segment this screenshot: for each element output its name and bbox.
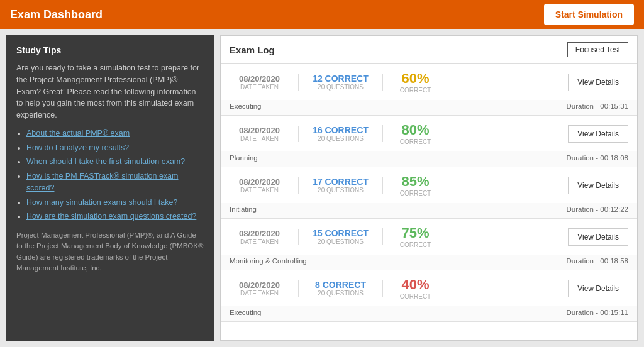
exam-date: 08/20/2020 <box>230 229 289 238</box>
exam-percent-block: 60% CORRECT <box>392 70 448 94</box>
exam-duration: Duration - 00:15:11 <box>567 309 628 316</box>
exam-date: 08/20/2020 <box>230 280 289 290</box>
view-details-button[interactable]: View Details <box>568 228 628 246</box>
exam-category: Executing <box>230 309 262 316</box>
exam-questions-count: 20 QUESTIONS <box>308 135 374 142</box>
exam-entry: 08/20/2020 DATE TAKEN 15 CORRECT 20 QUES… <box>221 219 637 270</box>
main-content: Study Tips Are you ready to take a simul… <box>0 29 644 347</box>
exam-date-block: 08/20/2020 DATE TAKEN <box>230 126 299 142</box>
exam-correct-count: 16 CORRECT <box>308 125 374 135</box>
study-tips-title: Study Tips <box>16 44 204 57</box>
exam-category: Initiating <box>230 206 257 213</box>
list-item: How are the simulation exam questions cr… <box>26 211 204 223</box>
exam-percent-label: CORRECT <box>392 87 439 94</box>
exam-percent-label: CORRECT <box>392 190 439 197</box>
exam-percent: 40% <box>392 277 439 293</box>
list-item: How is the PM FASTrack® simulation exam … <box>26 170 204 194</box>
exam-date-block: 08/20/2020 DATE TAKEN <box>230 177 299 194</box>
exam-correct-count: 15 CORRECT <box>308 228 374 238</box>
link-how-scored[interactable]: How is the PM FASTrack® simulation exam … <box>26 172 178 192</box>
exam-score-block: 15 CORRECT 20 QUESTIONS <box>308 228 383 245</box>
exam-percent-label: CORRECT <box>392 138 439 145</box>
view-details-button[interactable]: View Details <box>568 177 628 194</box>
link-first-simulation[interactable]: When should I take the first simulation … <box>26 157 185 166</box>
study-tips-footer: Project Management Professional (PMP)®, … <box>16 230 204 273</box>
view-details-button[interactable]: View Details <box>568 74 628 91</box>
exam-questions-count: 20 QUESTIONS <box>308 238 374 245</box>
exam-percent: 85% <box>392 174 439 190</box>
exam-date-label: DATE TAKEN <box>230 187 289 194</box>
focused-test-button[interactable]: Focused Test <box>567 42 628 57</box>
exam-entry: 08/20/2020 DATE TAKEN 8 CORRECT 20 QUEST… <box>221 270 637 322</box>
exam-percent: 60% <box>392 70 439 87</box>
link-how-created[interactable]: How are the simulation exam questions cr… <box>26 212 196 221</box>
exam-entry-main: 08/20/2020 DATE TAKEN 15 CORRECT 20 QUES… <box>221 219 637 255</box>
exam-entry-footer: Executing Duration - 00:15:31 <box>221 100 637 115</box>
exam-percent: 80% <box>392 122 439 138</box>
exam-date-label: DATE TAKEN <box>230 238 289 245</box>
exam-percent-block: 40% CORRECT <box>392 277 448 300</box>
study-tips-links: About the actual PMP® exam How do I anal… <box>16 128 204 223</box>
exam-entry: 08/20/2020 DATE TAKEN 16 CORRECT 20 QUES… <box>221 116 637 167</box>
exam-date: 08/20/2020 <box>230 177 289 187</box>
exam-date-label: DATE TAKEN <box>230 290 289 297</box>
exam-correct-count: 8 CORRECT <box>308 280 374 290</box>
exam-score-block: 17 CORRECT 20 QUESTIONS <box>308 177 383 194</box>
exam-duration: Duration - 00:15:31 <box>567 102 628 110</box>
link-actual-pmp[interactable]: About the actual PMP® exam <box>26 129 130 138</box>
exam-date-label: DATE TAKEN <box>230 135 289 142</box>
exam-date: 08/20/2020 <box>230 126 289 135</box>
exam-date-label: DATE TAKEN <box>230 84 289 91</box>
link-how-many[interactable]: How many simulation exams should I take? <box>26 198 177 207</box>
start-simulation-button[interactable]: Start Simulation <box>544 4 634 25</box>
exam-entry-footer: Monitoring & Controlling Duration - 00:1… <box>221 255 637 270</box>
exam-date-block: 08/20/2020 DATE TAKEN <box>230 74 299 91</box>
page-title: Exam Dashboard <box>10 8 103 21</box>
exam-percent-block: 80% CORRECT <box>392 122 448 145</box>
view-details-button[interactable]: View Details <box>568 280 628 297</box>
exam-log-panel: Exam Log Focused Test 08/20/2020 DATE TA… <box>220 35 638 341</box>
exam-questions-count: 20 QUESTIONS <box>308 84 374 91</box>
list-item: How do I analyze my results? <box>26 142 204 154</box>
exam-date-block: 08/20/2020 DATE TAKEN <box>230 229 299 245</box>
exam-entry-footer: Planning Duration - 00:18:08 <box>221 151 637 167</box>
list-item: When should I take the first simulation … <box>26 156 204 168</box>
exam-percent-label: CORRECT <box>392 293 439 300</box>
view-details-button[interactable]: View Details <box>568 125 628 143</box>
exam-duration: Duration - 00:18:58 <box>567 257 628 265</box>
exam-entry-main: 08/20/2020 DATE TAKEN 16 CORRECT 20 QUES… <box>221 116 637 151</box>
exam-entry-main: 08/20/2020 DATE TAKEN 12 CORRECT 20 QUES… <box>221 64 637 100</box>
exam-score-block: 12 CORRECT 20 QUESTIONS <box>308 74 383 91</box>
exam-category: Planning <box>230 154 258 162</box>
list-item: How many simulation exams should I take? <box>26 197 204 209</box>
exam-log-header: Exam Log Focused Test <box>221 36 637 64</box>
exam-score-block: 8 CORRECT 20 QUESTIONS <box>308 280 383 297</box>
exam-correct-count: 17 CORRECT <box>308 177 374 187</box>
exam-duration: Duration - 00:12:22 <box>567 206 628 213</box>
header: Exam Dashboard Start Simulation <box>0 0 644 29</box>
exam-category: Executing <box>230 102 262 110</box>
exam-questions-count: 20 QUESTIONS <box>308 290 374 297</box>
link-analyze-results[interactable]: How do I analyze my results? <box>26 143 129 152</box>
exam-correct-count: 12 CORRECT <box>308 74 374 84</box>
exam-log-title: Exam Log <box>230 45 275 55</box>
exam-entry: 08/20/2020 DATE TAKEN 12 CORRECT 20 QUES… <box>221 64 637 116</box>
exam-percent: 75% <box>392 225 439 241</box>
exam-entry: 08/20/2020 DATE TAKEN 17 CORRECT 20 QUES… <box>221 167 637 219</box>
exam-entry-footer: Initiating Duration - 00:12:22 <box>221 203 637 218</box>
exam-percent-block: 85% CORRECT <box>392 174 448 197</box>
exam-entry-footer: Executing Duration - 00:15:11 <box>221 306 637 321</box>
list-item: About the actual PMP® exam <box>26 128 204 140</box>
exam-date: 08/20/2020 <box>230 74 289 84</box>
exam-entries-container: 08/20/2020 DATE TAKEN 12 CORRECT 20 QUES… <box>221 64 637 322</box>
exam-entry-main: 08/20/2020 DATE TAKEN 8 CORRECT 20 QUEST… <box>221 270 637 306</box>
exam-duration: Duration - 00:18:08 <box>567 154 628 162</box>
study-tips-panel: Study Tips Are you ready to take a simul… <box>6 35 214 341</box>
exam-percent-block: 75% CORRECT <box>392 225 448 248</box>
exam-questions-count: 20 QUESTIONS <box>308 187 374 194</box>
exam-score-block: 16 CORRECT 20 QUESTIONS <box>308 125 383 142</box>
exam-date-block: 08/20/2020 DATE TAKEN <box>230 280 299 297</box>
exam-category: Monitoring & Controlling <box>230 257 307 265</box>
exam-entry-main: 08/20/2020 DATE TAKEN 17 CORRECT 20 QUES… <box>221 167 637 203</box>
study-tips-intro: Are you ready to take a simulation test … <box>16 62 204 121</box>
